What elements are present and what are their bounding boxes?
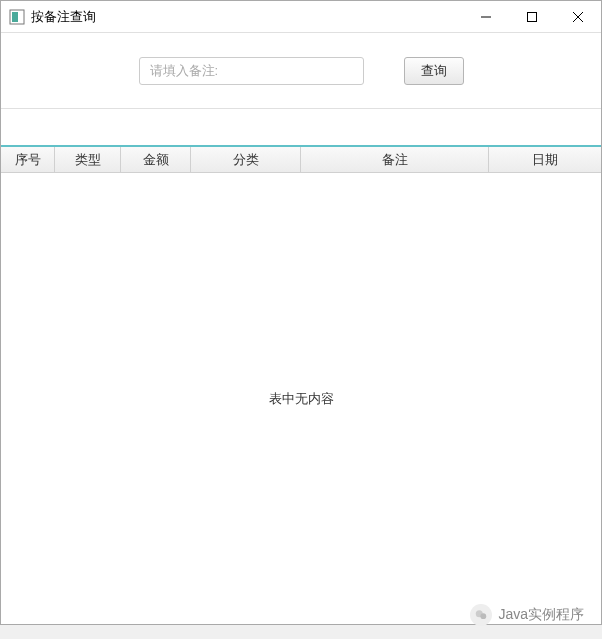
close-button[interactable] bbox=[555, 1, 601, 32]
empty-placeholder: 表中无内容 bbox=[269, 390, 334, 408]
svg-rect-1 bbox=[12, 12, 18, 22]
search-button[interactable]: 查询 bbox=[404, 57, 464, 85]
column-header-amount[interactable]: 金额 bbox=[121, 147, 191, 172]
titlebar: 按备注查询 bbox=[1, 1, 601, 33]
svg-rect-3 bbox=[528, 12, 537, 21]
search-panel: 查询 bbox=[1, 33, 601, 109]
column-header-remark[interactable]: 备注 bbox=[301, 147, 489, 172]
spacer bbox=[1, 109, 601, 145]
window-controls bbox=[463, 1, 601, 32]
maximize-button[interactable] bbox=[509, 1, 555, 32]
table-body: 表中无内容 bbox=[1, 173, 601, 624]
window-title: 按备注查询 bbox=[31, 8, 96, 26]
results-table: 序号 类型 金额 分类 备注 日期 表中无内容 bbox=[1, 145, 601, 624]
app-window: 按备注查询 查询 序号 类型 金额 分类 备注 日期 表中无内容 bbox=[0, 0, 602, 625]
remark-input[interactable] bbox=[139, 57, 364, 85]
column-header-index[interactable]: 序号 bbox=[1, 147, 55, 172]
column-header-date[interactable]: 日期 bbox=[489, 147, 601, 172]
column-header-category[interactable]: 分类 bbox=[191, 147, 301, 172]
minimize-button[interactable] bbox=[463, 1, 509, 32]
column-header-type[interactable]: 类型 bbox=[55, 147, 121, 172]
app-icon bbox=[9, 9, 25, 25]
table-header: 序号 类型 金额 分类 备注 日期 bbox=[1, 147, 601, 173]
